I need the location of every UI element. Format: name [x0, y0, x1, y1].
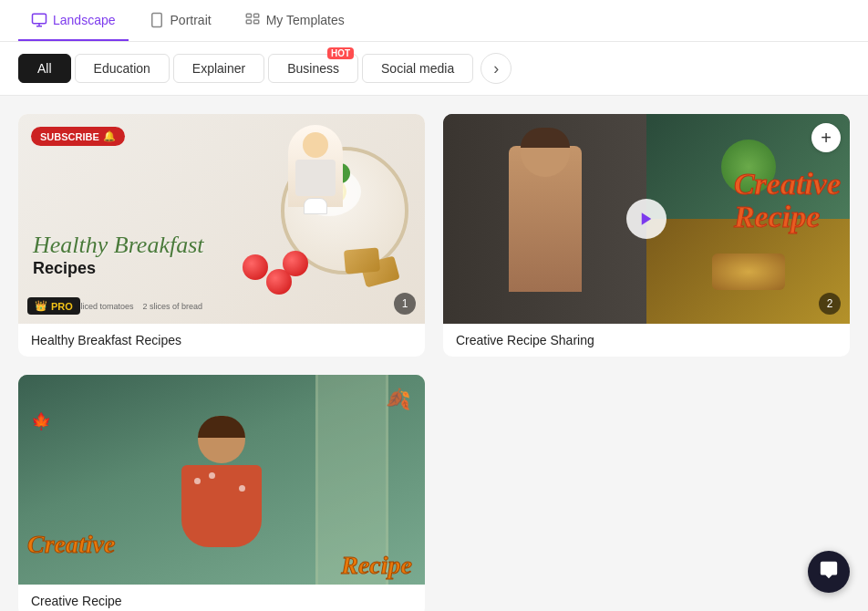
monitor-icon	[31, 12, 47, 28]
creative-text: Creative	[734, 169, 841, 200]
svg-rect-0	[33, 14, 46, 24]
dot-2	[209, 472, 215, 479]
nav-tab-landscape[interactable]: Landscape	[18, 0, 129, 41]
template-thumb-1: SUBSCRIBE 🔔	[18, 114, 425, 324]
card1-title-italic: Healthy Breakfast	[33, 233, 203, 259]
tomato-1	[243, 254, 268, 280]
svg-rect-5	[253, 14, 258, 17]
woman-3-head	[198, 416, 245, 463]
template-title-1: Healthy Breakfast Recipes	[18, 324, 425, 357]
hot-badge: HOT	[327, 47, 354, 59]
woman-figure-3	[181, 416, 263, 544]
chevron-right-icon: ›	[493, 59, 499, 78]
category-bar: All Education Explainer Business HOT Soc…	[0, 42, 868, 96]
toast-bottom	[712, 254, 785, 290]
creative-recipe-overlay: Creative Recipe	[734, 169, 841, 234]
woman-3-hair	[198, 416, 245, 438]
svg-rect-6	[246, 20, 251, 24]
leaf-icon-2: 🍁	[31, 411, 51, 431]
card1-subtitle: Recipes	[33, 259, 203, 278]
page-number-2: 2	[819, 293, 841, 315]
svg-rect-4	[246, 14, 251, 17]
chef-hat	[304, 198, 327, 214]
leaf-icon-1: 🍂	[386, 388, 410, 411]
templates-grid: SUBSCRIBE 🔔	[0, 96, 868, 611]
card1-inner: SUBSCRIBE 🔔	[18, 114, 425, 324]
nav-tab-my-templates[interactable]: My Templates	[232, 0, 357, 41]
phone-icon	[149, 12, 165, 28]
card1-text: Healthy Breakfast Recipes	[33, 233, 203, 278]
page-number-1: 1	[394, 293, 416, 315]
chef-head	[303, 132, 328, 158]
bell-icon: 🔔	[103, 130, 116, 142]
caption-item-3: 2 slices of bread	[143, 302, 203, 311]
template-card-creative-recipe[interactable]: Creative Recipe + 2 Creative Recipe Shar…	[443, 114, 850, 357]
dot-1	[194, 478, 201, 484]
card3-creative: Creative	[27, 532, 115, 557]
woman-3-body	[181, 416, 263, 544]
template-title-3: Creative Recipe	[18, 585, 425, 611]
card3-text-bottom-right: Recipe	[341, 551, 412, 580]
cat-btn-social-media[interactable]: Social media	[362, 54, 473, 83]
card3-recipe: Recipe	[341, 551, 412, 580]
grid-icon	[244, 12, 261, 28]
play-icon	[638, 211, 655, 227]
cat-btn-explainer[interactable]: Explainer	[173, 54, 264, 83]
caption-item-2: sliced tomatoes	[77, 302, 134, 311]
chat-button[interactable]	[808, 551, 850, 593]
tomato-3	[283, 251, 308, 276]
cat-btn-education[interactable]: Education	[75, 54, 170, 83]
chat-icon	[819, 560, 839, 585]
crown-icon: 👑	[35, 300, 47, 312]
woman-head	[521, 128, 570, 177]
nav-tab-landscape-label: Landscape	[53, 13, 116, 27]
dot-3	[239, 485, 245, 492]
template-card-creative-recipe-3[interactable]: Creative Recipe 🍂 🍁 Creative Recipe	[18, 375, 425, 611]
cat-btn-business[interactable]: Business HOT	[268, 54, 358, 83]
card3-text-bottom-left: Creative	[27, 532, 115, 557]
woman-3-dress	[181, 465, 262, 547]
nav-tab-portrait[interactable]: Portrait	[136, 0, 224, 41]
woman-body	[509, 146, 582, 292]
top-nav: Landscape Portrait My Templates	[0, 0, 868, 42]
add-button-2[interactable]: +	[811, 123, 841, 152]
cat-more-button[interactable]: ›	[480, 53, 512, 84]
template-thumb-3: Creative Recipe 🍂 🍁	[18, 375, 425, 585]
template-thumb-2: Creative Recipe + 2	[443, 114, 850, 324]
template-title-2: Creative Recipe Sharing	[443, 324, 850, 357]
cat-btn-all[interactable]: All	[18, 54, 71, 83]
template-card-healthy-breakfast[interactable]: SUBSCRIBE 🔔	[18, 114, 425, 357]
toast-2	[344, 247, 380, 274]
pro-badge: 👑 PRO	[27, 297, 80, 315]
chef-body	[295, 160, 336, 196]
play-button[interactable]	[626, 199, 666, 239]
woman-area	[443, 114, 646, 324]
svg-rect-7	[253, 20, 258, 24]
woman-hair	[521, 128, 570, 148]
nav-tab-my-templates-label: My Templates	[266, 13, 345, 27]
svg-marker-8	[642, 212, 652, 225]
nav-tab-portrait-label: Portrait	[170, 13, 212, 27]
svg-rect-3	[151, 13, 161, 26]
subscribe-badge: SUBSCRIBE 🔔	[31, 127, 125, 146]
chef-figure	[288, 125, 343, 207]
recipe-text: Recipe	[734, 200, 841, 234]
